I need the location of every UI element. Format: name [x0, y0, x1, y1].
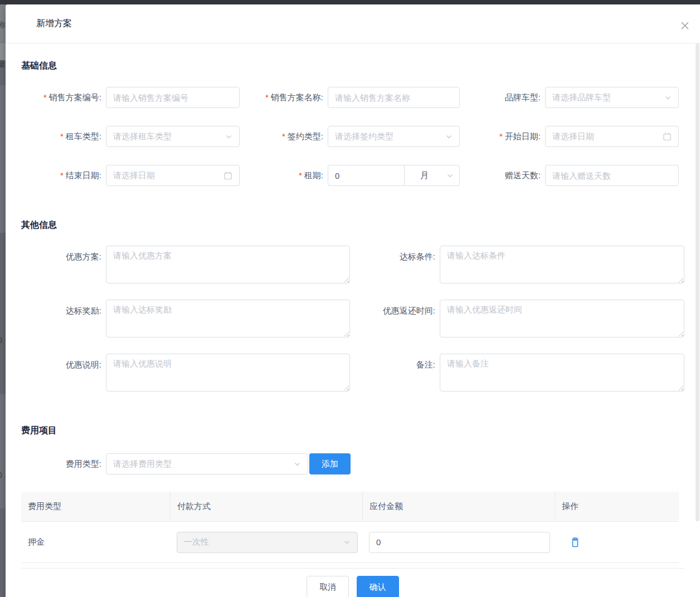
field-end-date: *结束日期: 请选择日期: [21, 165, 240, 186]
target-condition-textarea[interactable]: [440, 246, 684, 283]
lease-term-label: *租期:: [250, 170, 328, 181]
field-gift-days: 赠送天数:: [465, 165, 679, 186]
field-discount-return-time: 优惠返还时间:: [362, 300, 684, 337]
target-reward-textarea[interactable]: [106, 300, 350, 337]
rental-type-placeholder: 请选择租车类型: [113, 131, 221, 142]
brand-model-select[interactable]: 请选择品牌车型: [545, 87, 679, 108]
chevron-down-icon: [445, 133, 453, 140]
payment-method-select-disabled: 一次性: [177, 532, 358, 553]
field-lease-term: *租期: 月: [250, 165, 460, 186]
target-reward-label: 达标奖励:: [21, 300, 106, 316]
fee-type-placeholder: 请选择费用类型: [113, 459, 289, 469]
required-mark: *: [265, 92, 269, 102]
end-date-placeholder: 请选择日期: [113, 170, 219, 181]
end-date-picker[interactable]: 请选择日期: [106, 165, 240, 186]
form-row: 优惠方案: 达标条件:: [21, 246, 684, 283]
payment-method-cell: 一次性: [170, 532, 362, 553]
add-fee-button[interactable]: 添加: [309, 453, 351, 474]
brand-model-placeholder: 请选择品牌车型: [552, 92, 660, 103]
amount-input[interactable]: [369, 532, 550, 553]
required-mark: *: [43, 92, 47, 102]
background-fragment: 0: [0, 471, 6, 479]
field-start-date: *开始日期: 请选择日期: [465, 126, 679, 147]
plan-no-input[interactable]: [106, 87, 240, 108]
remark-textarea[interactable]: [440, 354, 684, 392]
payment-method-value: 一次性: [184, 537, 339, 547]
contract-type-placeholder: 请选择签约类型: [335, 131, 441, 142]
delete-row-button[interactable]: [569, 536, 581, 549]
field-plan-no: *销售方案编号:: [21, 87, 240, 108]
chevron-down-icon: [343, 539, 351, 546]
form-row: *销售方案编号: *销售方案名称: 品牌车型: 请选择品牌车型: [21, 87, 684, 108]
form-row: *结束日期: 请选择日期 *租期: 月: [21, 165, 684, 186]
lease-term-unit-value: 月: [420, 170, 446, 181]
basic-info-form: *销售方案编号: *销售方案名称: 品牌车型: 请选择品牌车型: [21, 87, 684, 186]
start-date-placeholder: 请选择日期: [552, 131, 658, 142]
required-mark: *: [282, 131, 285, 141]
field-rental-type: *租车类型: 请选择租车类型: [21, 126, 240, 147]
field-discount-note: 优惠说明:: [21, 354, 350, 392]
fee-type-select[interactable]: 请选择费用类型: [106, 453, 308, 474]
discount-return-time-label: 优惠返还时间:: [362, 300, 440, 316]
chevron-down-icon: [446, 172, 454, 179]
section-title-basic-info: 基础信息: [21, 60, 684, 71]
start-date-label: *开始日期:: [465, 131, 545, 142]
calendar-icon: [223, 171, 232, 180]
modal-body: 基础信息 *销售方案编号: *销售方案名称: 品牌车型: 请选择品牌车型: [6, 60, 700, 597]
gift-days-input[interactable]: [545, 165, 679, 186]
lease-term-group: 月: [328, 165, 460, 186]
form-row: 优惠说明: 备注:: [21, 354, 684, 392]
lease-term-unit-select[interactable]: 月: [404, 165, 460, 186]
field-target-reward: 达标奖励:: [21, 300, 350, 337]
rental-type-label: *租车类型:: [21, 131, 106, 142]
confirm-button[interactable]: 确认: [357, 576, 399, 597]
field-target-condition: 达标条件:: [362, 246, 684, 283]
page-overlay-top: [0, 0, 700, 4]
modal-header: 新增方案: [6, 4, 700, 43]
remark-label: 备注:: [362, 354, 440, 370]
discount-plan-textarea[interactable]: [106, 246, 350, 283]
calendar-icon: [663, 132, 672, 141]
section-title-fee-items: 费用项目: [21, 425, 684, 435]
chevron-down-icon: [294, 461, 301, 468]
table-row: 押金 一次性: [21, 522, 679, 563]
operation-cell: [555, 536, 679, 549]
fee-type-row: 费用类型: 请选择费用类型 添加: [21, 453, 684, 474]
cancel-button[interactable]: 取消: [307, 576, 349, 597]
field-contract-type: *签约类型: 请选择签约类型: [250, 126, 460, 147]
fee-type-label: 费用类型:: [21, 458, 106, 469]
brand-model-label: 品牌车型:: [465, 92, 545, 103]
contract-type-label: *签约类型:: [250, 131, 328, 142]
plan-name-label: *销售方案名称:: [250, 92, 328, 103]
required-mark: *: [499, 131, 503, 141]
close-button[interactable]: [679, 19, 691, 32]
end-date-label: *结束日期:: [21, 170, 106, 181]
amount-cell: [362, 532, 555, 553]
discount-return-time-textarea[interactable]: [440, 300, 684, 337]
form-row: 达标奖励: 优惠返还时间:: [21, 300, 684, 337]
rental-type-select[interactable]: 请选择租车类型: [106, 126, 240, 147]
scrollbar-thumb[interactable]: [696, 43, 699, 521]
column-header-fee-type: 费用类型: [21, 492, 170, 521]
chevron-down-icon: [664, 94, 672, 101]
column-header-operation: 操作: [555, 492, 679, 521]
other-info-form: 优惠方案: 达标条件: 达标奖励:: [21, 246, 684, 392]
start-date-picker[interactable]: 请选择日期: [545, 126, 679, 147]
target-condition-label: 达标条件:: [362, 246, 440, 262]
required-mark: *: [299, 170, 302, 180]
fee-type-cell: 押金: [21, 537, 170, 547]
discount-note-textarea[interactable]: [106, 354, 350, 392]
close-icon: [680, 21, 690, 31]
column-header-payment-method: 付款方式: [170, 492, 362, 521]
form-row: *租车类型: 请选择租车类型 *签约类型: 请选择签约类型 *开始日期:: [21, 126, 684, 147]
discount-plan-label: 优惠方案:: [21, 246, 106, 262]
lease-term-input[interactable]: [328, 165, 404, 186]
background-fragment: 称: [0, 20, 6, 30]
plan-name-input[interactable]: [328, 87, 460, 108]
field-brand-model: 品牌车型: 请选择品牌车型: [465, 87, 679, 108]
background-fragment: 0: [0, 336, 6, 345]
contract-type-select[interactable]: 请选择签约类型: [328, 126, 460, 147]
plan-no-label: *销售方案编号:: [21, 92, 106, 103]
fee-table-header: 费用类型 付款方式 应付金额 操作: [21, 492, 679, 522]
modal-title: 新增方案: [36, 18, 72, 30]
